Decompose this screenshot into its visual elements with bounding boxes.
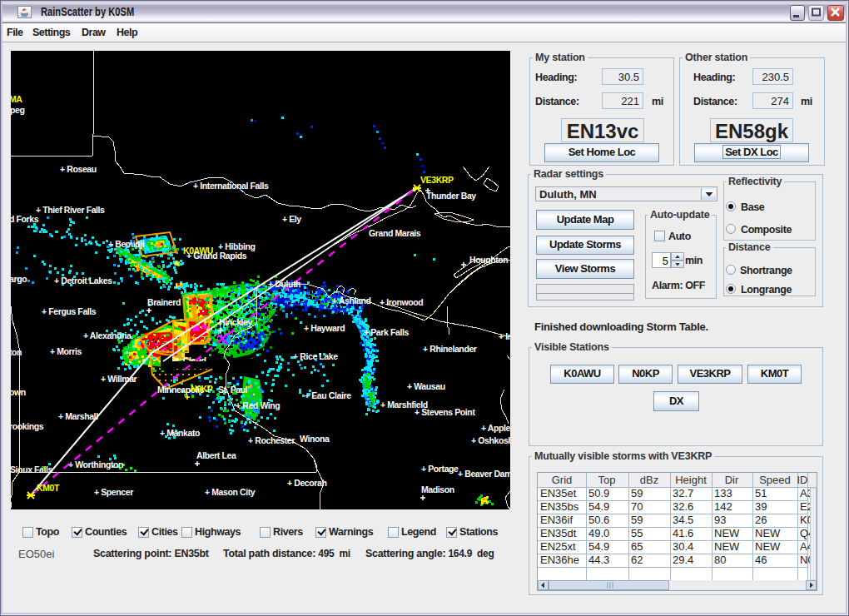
svg-text:30.4: 30.4 xyxy=(673,540,693,553)
svg-text:+ Bemidji: + Bemidji xyxy=(108,239,145,249)
svg-text:65: 65 xyxy=(631,540,643,553)
svg-text:142: 142 xyxy=(714,500,732,513)
svg-text:NEW: NEW xyxy=(714,527,740,539)
svg-text:EN35dt: EN35dt xyxy=(540,527,577,539)
svg-text:Sioux Falls: Sioux Falls xyxy=(11,464,53,474)
svg-text:54.9: 54.9 xyxy=(588,540,609,553)
svg-text:+ Spencer: + Spencer xyxy=(94,487,133,497)
svg-text:+ Appleton: + Appleton xyxy=(481,423,510,433)
svg-text:+ Mankato: + Mankato xyxy=(160,428,200,438)
svg-text:133: 133 xyxy=(714,487,732,499)
svg-text:+ Portage: + Portage xyxy=(421,464,459,474)
svg-text:+ Detroit Lakes: + Detroit Lakes xyxy=(54,276,112,286)
svg-text:EN36he: EN36he xyxy=(540,554,579,566)
svg-text:+ Red Wing: + Red Wing xyxy=(236,400,280,410)
svg-text:93: 93 xyxy=(714,514,726,526)
svg-text:+ Ely: + Ely xyxy=(282,214,301,224)
svg-text:Height: Height xyxy=(675,474,707,486)
svg-text:50.6: 50.6 xyxy=(588,514,609,526)
svg-text:46: 46 xyxy=(755,554,767,566)
svg-text:39: 39 xyxy=(755,500,767,513)
svg-text:59: 59 xyxy=(631,487,643,499)
svg-text:Dir: Dir xyxy=(725,474,739,486)
svg-text:+ Alexandria: + Alexandria xyxy=(83,330,132,340)
svg-text:+ Eau Claire: + Eau Claire xyxy=(305,390,351,400)
svg-text:55: 55 xyxy=(631,527,643,539)
svg-text:N0KP: N0KP xyxy=(191,384,213,394)
svg-text:Thunder Bay: Thunder Bay xyxy=(426,191,476,201)
svg-text:Madison: Madison xyxy=(421,484,454,494)
svg-text:29.4: 29.4 xyxy=(673,554,693,566)
svg-text:34.5: 34.5 xyxy=(673,514,693,526)
svg-text:26: 26 xyxy=(755,514,767,526)
svg-text:+ Grand Rapids: + Grand Rapids xyxy=(186,251,247,261)
svg-text:+ Roseau: + Roseau xyxy=(60,164,97,174)
svg-text:+ International Falls: + International Falls xyxy=(193,181,269,191)
svg-text:+ Stevens Point: + Stevens Point xyxy=(415,407,475,417)
svg-text:St. Paul: St. Paul xyxy=(218,385,248,395)
svg-text:44.3: 44.3 xyxy=(588,554,609,566)
svg-text:41.6: 41.6 xyxy=(673,527,693,539)
svg-text:Hinckley: Hinckley xyxy=(219,317,253,327)
svg-text:Houghton: Houghton xyxy=(469,255,508,265)
svg-text:+ Ashland: + Ashland xyxy=(332,296,370,306)
svg-text:+ Willmar: + Willmar xyxy=(101,374,137,384)
svg-text:59: 59 xyxy=(631,514,643,526)
svg-text:49.0: 49.0 xyxy=(588,527,609,539)
svg-text:ton: ton xyxy=(11,347,22,357)
svg-text:+ Rhinelander: + Rhinelander xyxy=(423,344,477,354)
svg-text:+ Ir: + Ir xyxy=(499,331,510,341)
svg-text:Top: Top xyxy=(598,474,616,486)
svg-text:Grid: Grid xyxy=(552,474,573,486)
svg-text:+ Mason City: + Mason City xyxy=(205,487,256,497)
svg-text:EN25xt: EN25xt xyxy=(540,540,576,553)
svg-text:rookings: rookings xyxy=(11,421,44,431)
svg-text:MA: MA xyxy=(11,94,22,104)
svg-text:argo: argo xyxy=(11,274,27,284)
svg-text:Albert Lea: Albert Lea xyxy=(196,450,236,460)
svg-text:Winona: Winona xyxy=(300,434,330,444)
svg-text:own: own xyxy=(11,387,26,397)
svg-text:50.9: 50.9 xyxy=(588,487,609,499)
svg-text:peg: peg xyxy=(11,105,24,115)
svg-text:+ Fergus Falls: + Fergus Falls xyxy=(42,306,97,316)
svg-text:ID: ID xyxy=(797,474,808,486)
svg-text:EN35et: EN35et xyxy=(540,487,577,499)
svg-text:dBz: dBz xyxy=(640,474,658,486)
svg-text:NEW: NEW xyxy=(755,527,781,539)
svg-text:+ Beaver Dam: + Beaver Dam xyxy=(458,469,510,479)
svg-text:Brainerd: Brainerd xyxy=(147,297,181,307)
svg-text:NEW: NEW xyxy=(755,540,781,553)
svg-text:51: 51 xyxy=(755,487,767,499)
svg-text:54.9: 54.9 xyxy=(588,500,609,513)
svg-text:+ Ironwood: + Ironwood xyxy=(380,297,423,307)
svg-text:+ Rochester: + Rochester xyxy=(248,435,295,445)
svg-text:70: 70 xyxy=(631,500,643,513)
svg-text:32.7: 32.7 xyxy=(673,487,693,499)
svg-text:EN35bs: EN35bs xyxy=(540,500,579,513)
svg-text:32.6: 32.6 xyxy=(673,500,693,513)
svg-text:+ Wausau: + Wausau xyxy=(407,381,445,391)
svg-text:KM0T: KM0T xyxy=(37,483,60,493)
svg-text:+ Morris: + Morris xyxy=(50,346,82,356)
svg-text:EN36if: EN36if xyxy=(540,514,573,526)
svg-text:+ Hayward: + Hayward xyxy=(304,323,345,333)
svg-text:+ Marshall: + Marshall xyxy=(58,411,98,421)
svg-text:Grand Marais: Grand Marais xyxy=(369,228,421,238)
svg-text:+ Rice Lake: + Rice Lake xyxy=(293,351,338,361)
svg-text:Speed: Speed xyxy=(759,474,791,486)
svg-text:NEW: NEW xyxy=(714,540,740,553)
svg-text:+ Thief River Falls: + Thief River Falls xyxy=(36,205,105,215)
svg-text:62: 62 xyxy=(631,554,643,566)
svg-text:+ Worthington: + Worthington xyxy=(68,460,123,469)
svg-text:+ Duluth: + Duluth xyxy=(268,279,300,289)
svg-text:d Forks: d Forks xyxy=(11,214,39,224)
svg-text:+ Decorah: + Decorah xyxy=(287,478,326,488)
svg-text:+ Park Falls: + Park Falls xyxy=(364,327,409,337)
svg-text:+ Oshkosh: + Oshkosh xyxy=(471,435,510,445)
svg-text:80: 80 xyxy=(714,554,726,566)
svg-text:VE3KRP: VE3KRP xyxy=(420,175,454,185)
